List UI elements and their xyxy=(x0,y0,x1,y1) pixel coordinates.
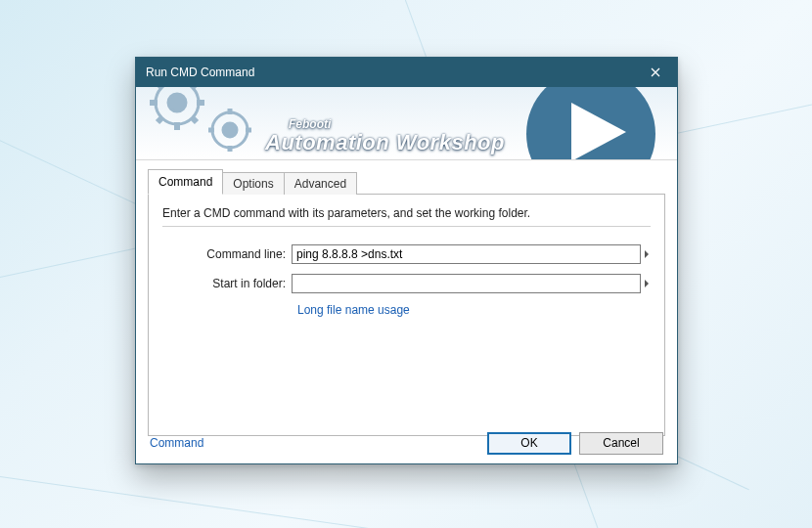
window-title: Run CMD Command xyxy=(146,66,254,79)
tab-options[interactable]: Options xyxy=(222,172,284,195)
svg-point-13 xyxy=(223,123,237,137)
footer: Command OK Cancel xyxy=(136,422,677,463)
chevron-right-icon xyxy=(644,250,650,258)
row-start-folder: Start in folder: xyxy=(162,274,651,293)
row-command-line: Command line: xyxy=(162,244,651,264)
tab-advanced[interactable]: Advanced xyxy=(284,172,357,195)
cancel-button[interactable]: Cancel xyxy=(579,432,663,455)
titlebar[interactable]: Run CMD Command xyxy=(136,58,677,87)
banner: Febooti Automation Workshop xyxy=(136,87,677,160)
long-file-name-link[interactable]: Long file name usage xyxy=(297,303,410,317)
footer-buttons: OK Cancel xyxy=(487,432,663,455)
command-line-picker[interactable] xyxy=(641,249,651,260)
start-folder-picker[interactable] xyxy=(641,279,651,289)
play-icon xyxy=(571,103,626,160)
instruction-text: Enter a CMD command with its parameters,… xyxy=(162,206,651,227)
ok-button[interactable]: OK xyxy=(487,432,571,455)
link-row: Long file name usage xyxy=(297,303,651,317)
brand-big: Automation Workshop xyxy=(265,131,505,154)
footer-help-link[interactable]: Command xyxy=(150,436,203,450)
svg-line-10 xyxy=(158,117,162,122)
tabstrip: Command Options Advanced xyxy=(148,169,665,195)
content-area: Command Options Advanced Enter a CMD com… xyxy=(136,160,677,436)
close-icon xyxy=(651,67,660,77)
brand-text: Febooti Automation Workshop xyxy=(265,118,505,154)
tab-panel-command: Enter a CMD command with its parameters,… xyxy=(148,194,665,436)
start-folder-label: Start in folder: xyxy=(162,277,292,290)
chevron-right-icon xyxy=(644,280,650,287)
start-folder-input[interactable] xyxy=(292,274,641,293)
command-line-input[interactable] xyxy=(292,244,641,264)
dialog-window: Run CMD Command xyxy=(135,57,678,464)
tab-command[interactable]: Command xyxy=(148,169,223,195)
command-line-label: Command line: xyxy=(162,247,292,261)
svg-line-9 xyxy=(192,117,197,122)
close-button[interactable] xyxy=(633,58,677,87)
svg-point-3 xyxy=(168,94,186,111)
svg-line-8 xyxy=(158,87,162,88)
svg-line-11 xyxy=(192,87,197,88)
